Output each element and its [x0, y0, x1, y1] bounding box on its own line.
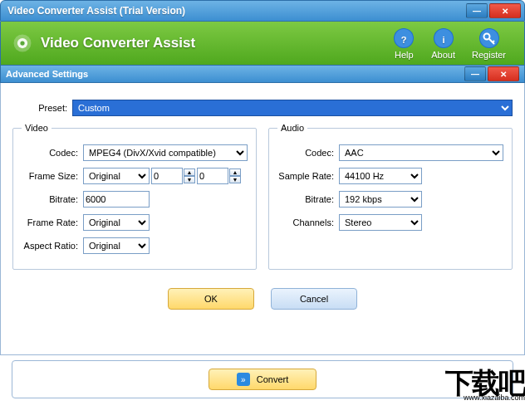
video-codec-select[interactable]: MPEG4 (DivX/Xvid compatible)	[83, 144, 248, 161]
preset-row: Preset: Custom	[12, 100, 513, 116]
framesize-select[interactable]: Original	[83, 168, 150, 184]
audio-bitrate-select[interactable]: 192 kbps	[339, 191, 422, 208]
audio-legend: Audio	[277, 123, 307, 133]
close-button[interactable]: ✕	[489, 3, 521, 18]
help-icon: ?	[393, 27, 415, 49]
register-button[interactable]: Register	[472, 27, 506, 60]
dialog-title: Advanced Settings	[6, 69, 463, 79]
width-spinner: ▲▼	[151, 168, 195, 184]
dialog-body: Preset: Custom Video Codec: MPEG4 (DivX/…	[0, 83, 525, 355]
height-input[interactable]	[197, 168, 228, 184]
main-titlebar: Video Converter Assist (Trial Version) —…	[0, 0, 525, 22]
preset-select[interactable]: Custom	[72, 100, 513, 116]
ok-button[interactable]: OK	[168, 288, 254, 310]
brand-title: Video Converter Assist	[41, 35, 385, 51]
framerate-label: Frame Rate:	[22, 217, 83, 227]
key-icon	[478, 27, 500, 49]
svg-text:?: ?	[401, 35, 407, 45]
dialog-buttons: OK Cancel	[12, 288, 513, 310]
audio-group: Audio Codec: AAC Sample Rate: 44100 Hz B…	[268, 123, 513, 270]
height-down[interactable]: ▼	[229, 176, 241, 183]
help-label: Help	[395, 50, 414, 60]
convert-label: Convert	[257, 374, 289, 384]
channels-select[interactable]: Stereo	[339, 214, 422, 231]
video-group: Video Codec: MPEG4 (DivX/Xvid compatible…	[12, 123, 257, 270]
height-up[interactable]: ▲	[229, 168, 241, 176]
samplerate-select[interactable]: 44100 Hz	[339, 168, 422, 184]
width-up[interactable]: ▲	[184, 168, 195, 176]
cancel-button[interactable]: Cancel	[271, 288, 357, 310]
footer-strip: » Convert	[12, 360, 513, 398]
dialog-minimize-button[interactable]: —	[464, 66, 486, 81]
video-legend: Video	[22, 123, 52, 133]
aspect-select[interactable]: Original	[83, 237, 150, 254]
samplerate-label: Sample Rate:	[277, 171, 339, 181]
video-bitrate-label: Bitrate:	[22, 194, 83, 204]
video-bitrate-input[interactable]	[83, 191, 150, 208]
audio-bitrate-label: Bitrate:	[277, 194, 339, 204]
help-button[interactable]: ? Help	[393, 27, 415, 60]
minimize-button[interactable]: —	[466, 3, 488, 18]
register-label: Register	[472, 50, 506, 60]
audio-codec-select[interactable]: AAC	[339, 144, 503, 161]
convert-icon: »	[237, 373, 250, 386]
svg-text:i: i	[442, 35, 444, 45]
dialog-close-button[interactable]: ✕	[488, 66, 519, 81]
framerate-select[interactable]: Original	[83, 214, 150, 231]
framesize-label: Frame Size:	[22, 171, 83, 181]
about-label: About	[431, 50, 455, 60]
svg-point-2	[20, 41, 24, 45]
height-spinner: ▲▼	[197, 168, 241, 184]
width-down[interactable]: ▼	[184, 176, 195, 183]
convert-button[interactable]: » Convert	[209, 369, 316, 390]
width-input[interactable]	[151, 168, 183, 184]
preset-label: Preset:	[12, 103, 72, 113]
audio-codec-label: Codec:	[277, 148, 339, 158]
dialog-titlebar: Advanced Settings — ✕	[0, 65, 525, 83]
aspect-label: Aspect Ratio:	[22, 241, 83, 251]
window-title: Video Converter Assist (Trial Version)	[4, 5, 464, 17]
about-button[interactable]: i About	[431, 27, 455, 60]
info-icon: i	[433, 27, 454, 49]
gear-icon	[11, 32, 34, 55]
video-codec-label: Codec:	[22, 148, 83, 158]
brand-bar: Video Converter Assist ? Help i About Re…	[0, 22, 525, 65]
channels-label: Channels:	[277, 217, 339, 227]
